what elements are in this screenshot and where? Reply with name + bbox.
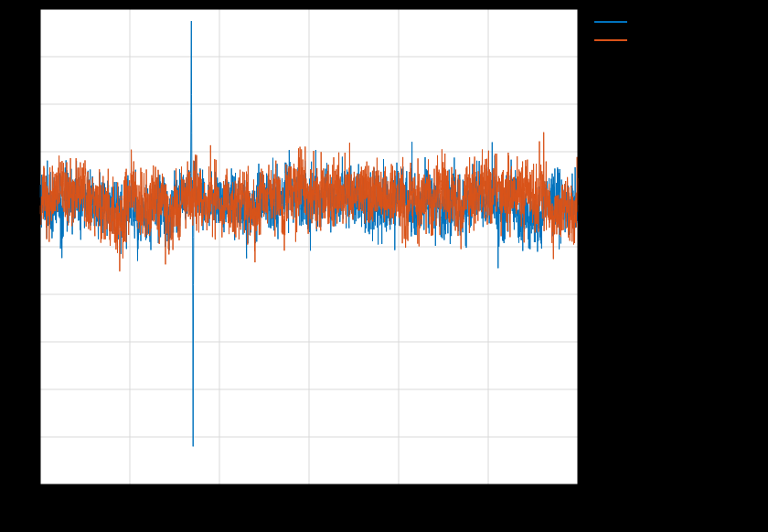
- x-tick-label: 2: [216, 493, 223, 507]
- y-tick-label: 0.3: [14, 49, 32, 64]
- y-tick-label: -0.6: [9, 477, 31, 492]
- y-tick-label: -0.1: [9, 239, 31, 254]
- y-tick-label: 0.1: [14, 144, 32, 159]
- legend-label: Driver - Granite: [633, 32, 732, 48]
- chart-container: 0123456-0.6-0.5-0.4-0.3-0.2-0.100.10.20.…: [0, 0, 768, 532]
- x-tick-label: 0: [37, 493, 44, 507]
- y-tick-label: -0.5: [9, 430, 31, 444]
- legend-label: Driver - Ground: [633, 14, 733, 29]
- y-tick-label: 0: [24, 192, 31, 207]
- y-tick-label: 0.2: [14, 97, 32, 112]
- x-tick-label: 1: [126, 493, 133, 507]
- x-tick-label: 3: [305, 493, 313, 507]
- y-tick-label: 0.4: [14, 2, 32, 16]
- y-tick-label: -0.4: [9, 382, 31, 397]
- y-tick-label: -0.3: [9, 335, 31, 349]
- chart-svg: 0123456-0.6-0.5-0.4-0.3-0.2-0.100.10.20.…: [0, 0, 768, 532]
- x-tick-label: 5: [485, 493, 492, 507]
- x-tick-label: 6: [574, 493, 581, 507]
- x-tick-label: 4: [395, 493, 402, 507]
- y-tick-label: -0.2: [9, 287, 31, 302]
